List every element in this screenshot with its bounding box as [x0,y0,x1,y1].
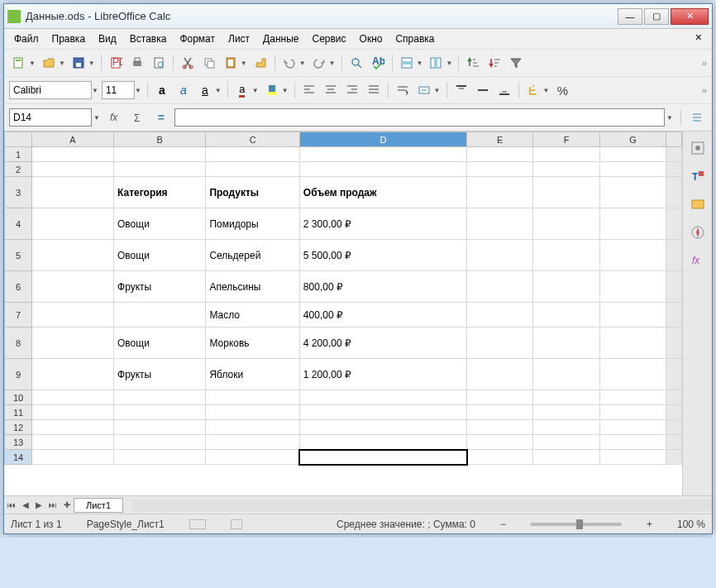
open-dropdown[interactable]: ▼ [59,60,67,67]
cell-E7[interactable] [467,303,533,327]
currency-icon[interactable] [523,80,543,100]
font-name-input[interactable]: Calibri [9,81,92,99]
status-pagestyle[interactable]: PageStyle_Лист1 [87,519,165,530]
row-header-10[interactable]: 10 [5,390,32,405]
bold-icon[interactable]: a [152,80,172,100]
cell-C13[interactable] [206,435,299,450]
cell-C2[interactable] [206,162,299,177]
toolbar2-overflow-icon[interactable]: » [702,85,707,95]
row-icon[interactable] [397,53,417,73]
sidebar-properties-icon[interactable] [688,138,708,158]
cell-D10[interactable] [299,390,466,405]
cell-B14[interactable] [114,450,206,465]
paste-icon[interactable] [221,53,241,73]
cell-F13[interactable] [533,435,599,450]
sum-icon[interactable]: Σ [128,108,148,127]
cell-F3[interactable] [533,177,599,208]
cell-A6[interactable] [32,271,114,303]
cell-E8[interactable] [467,327,533,359]
spreadsheet-grid[interactable]: ABCDEFG123КатегорияПродуктыОбъем продаж4… [4,131,682,466]
cell-A4[interactable] [32,208,114,240]
cell-F2[interactable] [533,162,599,177]
menu-edit[interactable]: Правка [47,31,91,47]
cell-G3[interactable] [599,177,666,208]
cell-B2[interactable] [114,162,206,177]
cell-D1[interactable] [299,147,466,162]
cell-C9[interactable]: Яблоки [206,359,299,390]
cell-G6[interactable] [599,271,666,303]
close-button[interactable]: ✕ [671,8,709,25]
cell-B5[interactable]: Овощи [114,240,206,271]
cell-F4[interactable] [533,208,599,240]
cell-G13[interactable] [599,435,666,450]
cell-D8[interactable]: 4 200,00 ₽ [299,327,466,359]
highlight-icon[interactable] [262,80,282,100]
menu-data[interactable]: Данные [258,31,303,47]
column-header-D[interactable]: D [299,132,466,147]
status-selection-mode[interactable] [231,519,242,529]
row-header-4[interactable]: 4 [5,208,32,240]
cell-D13[interactable] [299,435,466,450]
sort-desc-icon[interactable] [484,53,504,73]
merge-cells-icon[interactable] [414,80,434,100]
cell-A5[interactable] [32,240,114,271]
redo-icon[interactable] [309,53,329,73]
cell-B12[interactable] [114,420,206,435]
row-header-8[interactable]: 8 [5,327,32,359]
cell-D5[interactable]: 5 500,00 ₽ [299,240,466,271]
new-dropdown[interactable]: ▼ [29,60,37,67]
tab-prev-icon[interactable]: ◀ [19,500,32,509]
row-header-11[interactable]: 11 [5,405,32,420]
find-icon[interactable] [346,53,366,73]
formula-input[interactable] [174,108,665,127]
cell-D6[interactable]: 800,00 ₽ [299,271,466,303]
currency-dropdown[interactable]: ▼ [543,87,551,94]
merge-dropdown[interactable]: ▼ [434,87,442,94]
cell-D4[interactable]: 2 300,00 ₽ [299,208,466,240]
font-name-dropdown[interactable]: ▼ [92,87,100,94]
column-header-A[interactable]: A [32,132,114,147]
cell-D3[interactable]: Объем продаж [299,177,466,208]
underline-icon[interactable]: a [195,80,215,100]
cell-G12[interactable] [599,420,666,435]
cell-A7[interactable] [32,303,114,327]
row-header-14[interactable]: 14 [5,450,32,465]
cell-D12[interactable] [299,420,466,435]
clone-format-icon[interactable] [251,53,270,73]
cell-C5[interactable]: Сельдерей [206,240,299,271]
cell-E6[interactable] [467,271,533,303]
align-middle-icon[interactable] [473,80,493,100]
cell-A8[interactable] [32,327,114,359]
cell-A9[interactable] [32,359,114,390]
column-header-E[interactable]: E [467,132,533,147]
cell-B8[interactable]: Овощи [114,327,206,359]
align-right-icon[interactable] [342,80,362,100]
column-header-B[interactable]: B [114,132,206,147]
font-color-icon[interactable]: a [232,80,252,100]
cell-F7[interactable] [533,303,599,327]
close-document-button[interactable]: × [690,31,707,47]
maximize-button[interactable]: ▢ [644,8,669,25]
cell-C12[interactable] [206,420,299,435]
redo-dropdown[interactable]: ▼ [329,60,337,67]
menu-insert[interactable]: Вставка [125,31,172,47]
row-header-12[interactable]: 12 [5,420,32,435]
cell-B6[interactable]: Фрукты [114,271,206,303]
cell-G2[interactable] [599,162,666,177]
minimize-button[interactable]: — [618,8,642,25]
zoom-value[interactable]: 100 % [677,519,705,530]
cell-D14[interactable] [299,450,466,465]
undo-icon[interactable] [279,53,299,73]
new-icon[interactable] [9,53,29,73]
name-box-dropdown[interactable]: ▼ [93,114,102,122]
cell-G9[interactable] [599,359,666,390]
export-pdf-icon[interactable]: PDF [106,53,126,73]
cell-A2[interactable] [32,162,114,177]
row-header-1[interactable]: 1 [5,147,32,162]
cell-A1[interactable] [32,147,114,162]
copy-icon[interactable] [199,53,219,73]
cell-C6[interactable]: Апельсины [206,271,299,303]
tab-next-icon[interactable]: ▶ [32,500,45,509]
cell-C1[interactable] [206,147,299,162]
cell-A13[interactable] [32,435,114,450]
